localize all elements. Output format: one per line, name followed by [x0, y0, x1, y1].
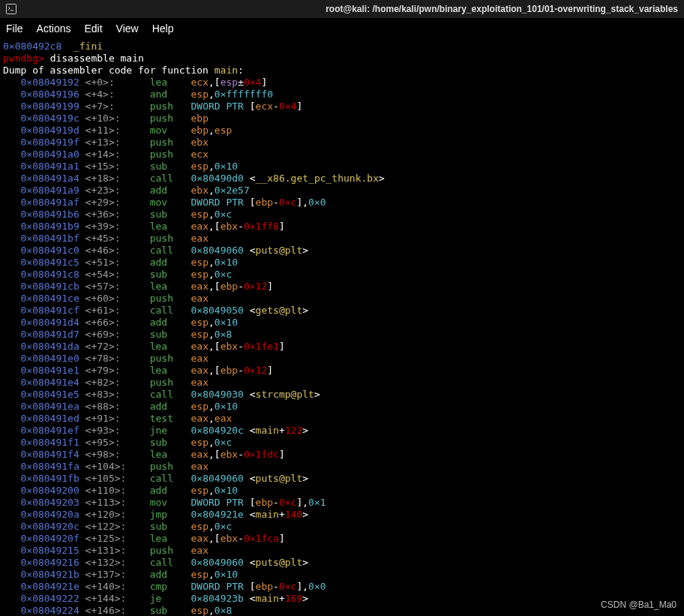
instr-offset: <+131>:: [86, 545, 133, 556]
instr-operand: ]: [279, 533, 285, 544]
instr-offset: <+18>:: [86, 173, 133, 184]
instr-offset: <+15>:: [86, 161, 133, 172]
instr-operand: ,: [208, 401, 214, 412]
terminal-line: 0×080491ed <+91>: test eax,eax: [3, 413, 681, 425]
instr-operand: ,: [208, 521, 214, 532]
instr-operand: <: [244, 389, 256, 400]
instr-operand: esp: [191, 257, 208, 268]
instr-operand: [: [250, 497, 256, 508]
instr-mnemonic: push: [150, 545, 191, 556]
instr-offset: <+120>:: [86, 509, 133, 520]
instr-addr: 0×080491cf: [20, 305, 79, 316]
instr-offset: <+36>:: [86, 209, 133, 220]
terminal-line: 0×080491c8 <+54>: sub esp,0×c: [3, 269, 681, 281]
instr-operand: DWORD PTR: [191, 197, 250, 208]
instr-offset: <+7>:: [86, 101, 133, 112]
menu-help[interactable]: Help: [152, 23, 174, 35]
terminal-line: 0×080491b9 <+39>: lea eax,[ebx-0×1ff8]: [3, 221, 681, 233]
menu-view[interactable]: View: [116, 23, 139, 35]
instr-addr: 0×08049196: [20, 89, 79, 100]
instr-offset: <+45>:: [86, 233, 133, 244]
instr-addr: 0×080491f1: [20, 437, 79, 448]
instr-operand: eax: [191, 365, 208, 376]
instr-operand: <: [244, 425, 256, 436]
instr-operand: 0×c: [279, 497, 296, 508]
instr-mnemonic: call: [150, 305, 191, 316]
terminal-output[interactable]: 0×080492c8 _finipwndbg> disassemble main…: [0, 41, 684, 616]
instr-operand: __x86.get_pc_thunk.bx: [256, 173, 379, 184]
instr-addr: 0×080491a1: [20, 161, 79, 172]
instr-mnemonic: push: [150, 149, 191, 160]
instr-operand: 0×8049030: [191, 389, 244, 400]
instr-operand: ebx: [220, 221, 238, 232]
instr-operand: ebx: [191, 185, 208, 196]
instr-operand: <: [244, 593, 256, 604]
instr-offset: <+98>:: [86, 449, 133, 460]
instr-addr: 0×080491bf: [20, 233, 79, 244]
instr-mnemonic: add: [150, 401, 191, 412]
instr-operand: 0×c: [279, 581, 296, 592]
instr-operand: esp: [191, 209, 208, 220]
instr-operand: ,: [208, 413, 214, 424]
instr-operand: ebp: [191, 113, 208, 124]
instr-mnemonic: push: [150, 137, 191, 148]
instr-operand: 0×c: [214, 521, 232, 532]
instr-mnemonic: push: [150, 377, 191, 388]
instr-mnemonic: jmp: [150, 509, 191, 520]
instr-operand: ,: [208, 257, 214, 268]
instr-operand: esp: [214, 125, 232, 136]
terminal-line: 0×080491af <+29>: mov DWORD PTR [ebp-0×c…: [3, 197, 681, 209]
instr-operand: -: [238, 341, 244, 352]
instr-operand: esp: [191, 401, 208, 412]
instr-addr: 0×08049200: [20, 485, 79, 496]
instr-operand: esp: [191, 269, 208, 280]
instr-offset: <+61>:: [86, 305, 133, 316]
instr-addr: 0×080491ed: [20, 413, 79, 424]
command-text: disassemble main: [50, 53, 144, 64]
instr-addr: 0×080491a4: [20, 173, 79, 184]
instr-operand: ,[: [208, 341, 220, 352]
instr-operand: 0×10: [214, 257, 238, 268]
instr-operand: ebp: [220, 365, 238, 376]
terminal-icon: [6, 4, 16, 14]
terminal-line: 0×080491b6 <+36>: sub esp,0×c: [3, 209, 681, 221]
instr-operand: 0×10: [214, 317, 238, 328]
instr-operand: 0×10: [214, 161, 238, 172]
instr-operand: ]: [261, 77, 267, 88]
instr-operand: ebp: [220, 281, 238, 292]
instr-offset: <+122>:: [86, 521, 133, 532]
menu-actions[interactable]: Actions: [37, 23, 71, 35]
menu-edit[interactable]: Edit: [84, 23, 102, 35]
instr-operand: esp: [191, 161, 208, 172]
terminal-line: 0×08049216 <+132>: call 0×8049060 <puts@…: [3, 557, 681, 569]
instr-addr: 0×080491a0: [20, 149, 79, 160]
instr-offset: <+13>:: [86, 137, 133, 148]
instr-addr: 0×080491ce: [20, 293, 79, 304]
instr-addr: 0×080491e1: [20, 365, 79, 376]
terminal-line: 0×080491e4 <+82>: push eax: [3, 377, 681, 389]
terminal-line: 0×080491ce <+60>: push eax: [3, 293, 681, 305]
terminal-line: 0×080491a1 <+15>: sub esp,0×10: [3, 161, 681, 173]
menu-file[interactable]: File: [6, 23, 23, 35]
instr-operand: >: [302, 305, 308, 316]
instr-addr: 0×080491ef: [20, 425, 79, 436]
instr-operand: >: [314, 389, 320, 400]
instr-operand: 0×8049060: [191, 473, 244, 484]
instr-operand: ,: [208, 569, 214, 580]
instr-operand: 0×1fca: [244, 533, 279, 544]
terminal-line: 0×08049200 <+110>: add esp,0×10: [3, 485, 681, 497]
instr-operand: esp: [191, 437, 208, 448]
window-title: root@kali: /home/kali/pwn/binary_exploit…: [21, 4, 678, 14]
terminal-line: 0×080491ea <+88>: add esp,0×10: [3, 401, 681, 413]
instr-mnemonic: lea: [150, 221, 191, 232]
instr-operand: ebp: [256, 197, 273, 208]
instr-addr: 0×080491b6: [20, 209, 79, 220]
instr-operand: 0×4: [279, 101, 296, 112]
terminal-line: 0×080491ef <+93>: jne 0×804920c <main+12…: [3, 425, 681, 437]
instr-offset: <+11>:: [86, 125, 133, 136]
instr-addr: 0×080491cb: [20, 281, 79, 292]
instr-offset: <+93>:: [86, 425, 133, 436]
instr-operand: ,: [208, 89, 214, 100]
instr-operand: puts@plt: [256, 557, 303, 568]
instr-operand: eax: [191, 461, 208, 472]
